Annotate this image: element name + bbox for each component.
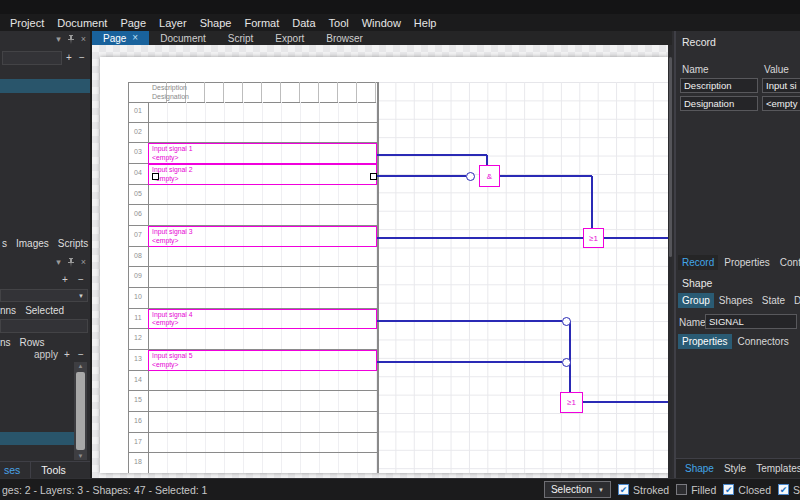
record-name-field[interactable]: Designation [680, 96, 758, 111]
checkbox-box[interactable]: ✔ [778, 484, 789, 495]
logic-gate[interactable]: ≥1 [560, 392, 583, 413]
tab-ns[interactable]: ns [0, 337, 11, 348]
wire[interactable] [377, 361, 562, 363]
menu-format[interactable]: Format [244, 17, 279, 29]
menu-shape[interactable]: Shape [200, 17, 232, 29]
wire[interactable] [583, 401, 668, 403]
add-button[interactable]: + [66, 52, 72, 63]
inversion-bubble[interactable] [466, 172, 475, 181]
wire[interactable] [500, 175, 592, 177]
record-value-field[interactable]: <empty [762, 96, 800, 111]
tab-page[interactable]: Page× [92, 31, 149, 45]
scrollbar-thumb[interactable] [669, 57, 672, 257]
signal-cell[interactable]: Input signal 4<empty> [148, 309, 377, 330]
inversion-bubble[interactable] [562, 317, 571, 326]
wire[interactable] [486, 155, 488, 165]
tab-shape[interactable]: Shape [682, 462, 717, 475]
selected-list-item[interactable] [0, 432, 74, 445]
collapse-icon[interactable]: ▾ [56, 34, 61, 44]
column-input[interactable] [0, 319, 88, 333]
wire[interactable] [377, 237, 583, 239]
menu-document[interactable]: Document [57, 17, 107, 29]
scroll-up-icon[interactable]: ▲ [74, 363, 87, 369]
checkbox-box[interactable]: ✔ [618, 484, 629, 495]
remove-button[interactable]: − [79, 52, 85, 63]
wire[interactable] [569, 321, 571, 392]
checkbox-s[interactable]: ✔S [778, 484, 800, 496]
tab-group[interactable]: Group [678, 293, 714, 308]
tab-state[interactable]: State [758, 293, 789, 308]
wire[interactable] [377, 175, 466, 177]
signal-cell[interactable]: Input signal 2<empty> [148, 164, 377, 185]
tab-s[interactable]: s [2, 238, 7, 249]
menu-project[interactable]: Project [10, 17, 44, 29]
close-icon[interactable]: × [81, 34, 86, 44]
tab-rows[interactable]: Rows [20, 337, 45, 348]
drawing-page[interactable]: Description Designation 0102030405060708… [100, 57, 668, 473]
record-name-field[interactable]: Description [680, 78, 758, 93]
checkbox-closed[interactable]: ✔Closed [723, 484, 771, 496]
tab-export[interactable]: Export [264, 31, 315, 45]
tab-browser[interactable]: Browser [315, 31, 374, 45]
logic-gate[interactable]: & [479, 165, 500, 187]
pin-icon[interactable] [67, 258, 75, 267]
signal-cell[interactable]: Input signal 3<empty> [148, 226, 377, 247]
close-icon[interactable]: × [81, 257, 86, 267]
logic-gate[interactable]: ≥1 [583, 228, 604, 248]
menu-page[interactable]: Page [120, 17, 146, 29]
menu-help[interactable]: Help [414, 17, 437, 29]
tab-tools[interactable]: Tools [41, 464, 66, 476]
selection-mode-dropdown[interactable]: Selection ▼ [544, 481, 611, 498]
wire[interactable] [377, 154, 487, 156]
tab-data[interactable]: Data [790, 293, 800, 308]
canvas-scrollbar[interactable] [668, 45, 672, 478]
shape-name-input[interactable]: SIGNAL [705, 314, 797, 329]
remove-button[interactable]: − [78, 274, 84, 285]
selection-handle[interactable] [152, 173, 159, 180]
menu-layer[interactable]: Layer [159, 17, 187, 29]
signal-cell[interactable]: Input signal 5<empty> [148, 350, 377, 371]
tab-scripts[interactable]: Scripts [58, 238, 89, 249]
checkbox-stroked[interactable]: ✔Stroked [618, 484, 669, 496]
menu-tool[interactable]: Tool [329, 17, 349, 29]
wire[interactable] [377, 320, 562, 322]
tab-selected[interactable]: Selected [25, 305, 64, 316]
tab-record[interactable]: Record [678, 255, 718, 270]
scrollbar[interactable]: ▲ ▼ [74, 362, 87, 460]
menu-data[interactable]: Data [292, 17, 315, 29]
tab-document[interactable]: Document [149, 31, 217, 45]
tab-script[interactable]: Script [217, 31, 265, 45]
collapse-icon[interactable]: ▾ [56, 257, 61, 267]
record-value-field[interactable]: Input si [762, 78, 800, 93]
tab-nns[interactable]: nns [0, 305, 16, 316]
tab-properties[interactable]: Properties [678, 334, 732, 349]
remove-button[interactable]: − [78, 349, 84, 360]
add-button[interactable]: + [62, 274, 68, 285]
close-icon[interactable]: × [132, 33, 138, 43]
selected-list-item[interactable] [0, 79, 90, 93]
signal-cell[interactable]: Input signal 1<empty> [148, 143, 377, 164]
tab-images[interactable]: Images [16, 238, 49, 249]
checkbox-box[interactable]: ✔ [723, 484, 734, 495]
pin-icon[interactable] [67, 35, 75, 44]
inversion-bubble[interactable] [562, 358, 571, 367]
scroll-down-icon[interactable]: ▼ [74, 453, 87, 459]
wire[interactable] [604, 237, 668, 239]
tab-connectors[interactable]: Connectors [734, 334, 793, 349]
tab-shapes[interactable]: Shapes [715, 293, 757, 308]
tab-ses[interactable]: ses [4, 464, 20, 476]
wire[interactable] [591, 176, 593, 228]
apply-button[interactable]: apply [34, 349, 58, 360]
selection-handle[interactable] [370, 173, 377, 180]
drawing-canvas[interactable]: Description Designation 0102030405060708… [92, 45, 672, 478]
filter-input[interactable] [2, 51, 62, 65]
menu-window[interactable]: Window [362, 17, 401, 29]
tab-templates[interactable]: Templates [753, 462, 800, 475]
tab-properties[interactable]: Properties [720, 255, 774, 270]
tab-container[interactable]: Container [776, 255, 800, 270]
tab-style[interactable]: Style [721, 462, 749, 475]
checkbox-box[interactable] [676, 484, 687, 495]
add-button[interactable]: + [64, 349, 70, 360]
scrollbar-thumb[interactable] [76, 372, 85, 450]
checkbox-filled[interactable]: Filled [676, 484, 716, 496]
